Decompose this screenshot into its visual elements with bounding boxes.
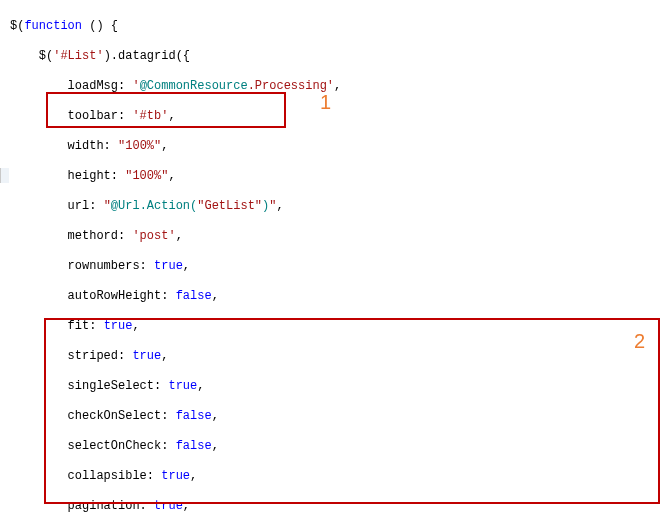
- code-line: $(function () {: [10, 19, 666, 34]
- code-line: selectOnCheck: false,: [10, 439, 666, 454]
- code-line: rownumbers: true,: [10, 259, 666, 274]
- code-line: url: "@Url.Action("GetList")",: [10, 199, 666, 214]
- code-line: methord: 'post',: [10, 229, 666, 244]
- annotation-label-2: 2: [634, 334, 645, 349]
- annotation-label-1: 1: [320, 95, 331, 110]
- code-line: height: "100%",: [10, 169, 666, 184]
- code-line: autoRowHeight: false,: [10, 289, 666, 304]
- gutter-collapse-marker: [0, 168, 9, 183]
- code-line: pagination: true,: [10, 499, 666, 514]
- code-line: toolbar: '#tb',: [10, 109, 666, 124]
- code-line: singleSelect: true,: [10, 379, 666, 394]
- code-line: fit: true,: [10, 319, 666, 334]
- code-line: checkOnSelect: false,: [10, 409, 666, 424]
- code-line: striped: true,: [10, 349, 666, 364]
- code-block: $(function () { $('#List').datagrid({ lo…: [0, 0, 666, 526]
- code-line: $('#List').datagrid({: [10, 49, 666, 64]
- code-line: width: "100%",: [10, 139, 666, 154]
- code-line: loadMsg: '@CommonResource.Processing',: [10, 79, 666, 94]
- code-line: collapsible: true,: [10, 469, 666, 484]
